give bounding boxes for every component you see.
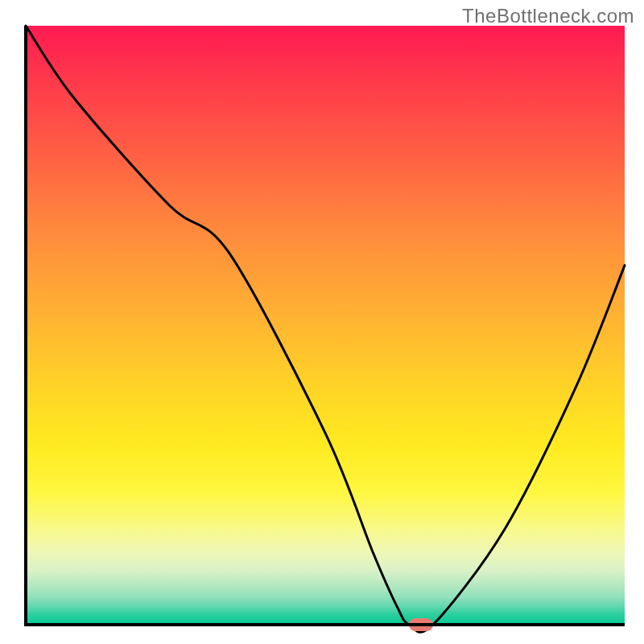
bottleneck-curve: [26, 26, 625, 625]
plot-area: [26, 26, 625, 625]
curve-path: [26, 26, 625, 632]
chart-container: TheBottleneck.com: [0, 0, 644, 644]
watermark-text: TheBottleneck.com: [462, 5, 634, 27]
optimal-marker: [409, 618, 433, 631]
